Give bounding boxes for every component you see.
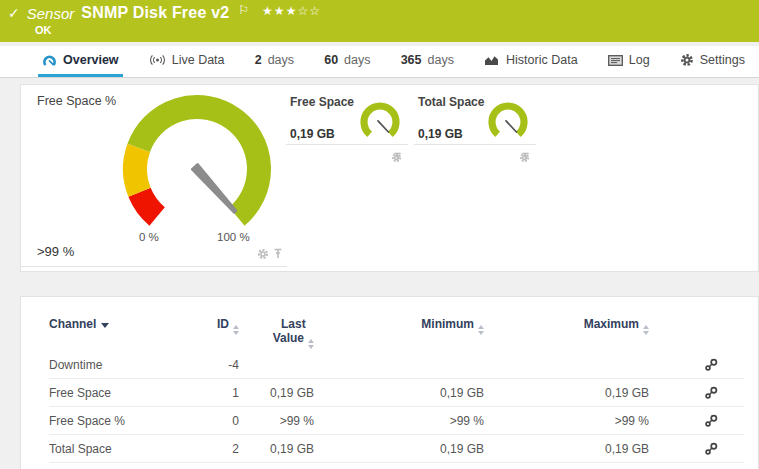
column-header-maximum[interactable]: Maximum [584, 317, 649, 334]
priority-stars[interactable]: ★★★☆☆ [262, 4, 321, 18]
minimum-value: 0,19 GB [314, 386, 484, 400]
tab-label: days [344, 53, 370, 67]
gauges-panel: Free Space % 0 % 100 % >99 % Free Space [20, 84, 759, 272]
sensor-title: SNMP Disk Free v2 [81, 4, 229, 22]
free-space-pct-gauge [87, 81, 307, 231]
status-badge: OK [35, 24, 749, 36]
gauge-needle [378, 121, 388, 132]
channel-name: Free Space [49, 386, 209, 400]
last-value: 0,19 GB [239, 442, 314, 456]
column-label: Last [273, 317, 314, 331]
gauge-needle [192, 165, 235, 213]
log-icon [608, 55, 623, 66]
live-icon [149, 54, 166, 66]
column-header-minimum[interactable]: Minimum [421, 317, 484, 334]
column-header-last-value[interactable]: Last Value [273, 317, 314, 348]
tab-bar: Overview Live Data 2 days 60 days 365 da… [0, 46, 759, 78]
flag-icon[interactable]: ⚐ [238, 3, 249, 17]
last-value: 0,19 GB [239, 386, 314, 400]
sort-icon [233, 325, 239, 335]
gauge-max-label: 100 % [217, 231, 250, 243]
maximum-value: >99 % [484, 414, 649, 428]
gear-icon [680, 53, 694, 67]
table-row-free-space-pct: Free Space % 0 >99 % >99 % >99 % [49, 407, 744, 435]
pin-icon[interactable] [273, 248, 283, 260]
tab-label: Historic Data [506, 53, 578, 67]
minimum-value: 0,19 GB [314, 442, 484, 456]
tab-label: days [268, 53, 294, 67]
tab-60-days[interactable]: 60 days [320, 46, 374, 77]
sort-icon [643, 325, 649, 335]
gauge-needle [506, 121, 516, 132]
sensor-header: ✓ Sensor SNMP Disk Free v2 ⚐ ★★★☆☆ OK [0, 0, 759, 42]
channel-id: 0 [209, 414, 239, 428]
tab-2-days[interactable]: 2 days [251, 46, 298, 77]
gauge-tile-total-space: Total Space 0,19 GB [414, 89, 536, 145]
maximum-value: 0,19 GB [484, 386, 649, 400]
maximum-value: 0,19 GB [484, 442, 649, 456]
channel-name: Downtime [49, 358, 209, 372]
tab-overview[interactable]: Overview [38, 46, 123, 77]
gauge-current-value: >99 % [37, 244, 74, 259]
tab-number: 365 [401, 53, 422, 67]
sort-icon [308, 339, 314, 349]
total-space-gauge [484, 101, 532, 143]
column-label: ID [217, 317, 229, 331]
channel-name: Total Space [49, 442, 209, 456]
gauge-icon [42, 54, 57, 67]
stars-filled[interactable]: ★★★ [262, 4, 297, 18]
area-chart-icon [484, 54, 500, 66]
tab-label: Overview [63, 53, 119, 67]
tab-number: 2 [255, 53, 262, 67]
column-header-channel[interactable]: Channel [49, 317, 109, 331]
wrench-icon[interactable] [704, 442, 718, 456]
tab-number: 60 [324, 53, 338, 67]
sort-icon [478, 325, 484, 335]
tab-live-data[interactable]: Live Data [145, 46, 229, 77]
gauge-title: Free Space [290, 95, 354, 109]
tab-settings[interactable]: Settings [676, 46, 749, 77]
column-label: Maximum [584, 317, 639, 331]
tab-label: days [428, 53, 454, 67]
sort-desc-icon [101, 323, 109, 328]
channel-id: 1 [209, 386, 239, 400]
gauge-tile-free-space-pct: Free Space % 0 % 100 % >99 % [21, 85, 287, 267]
gauge-title: Total Space [418, 95, 484, 109]
column-header-id[interactable]: ID [217, 317, 239, 334]
channels-panel: Channel ID Last Value Minimum Maximum Do… [20, 296, 759, 469]
tab-365-days[interactable]: 365 days [397, 46, 458, 77]
channel-name: Free Space % [49, 414, 209, 428]
gauge-current-value: 0,19 GB [418, 127, 463, 141]
sensor-kind-label: Sensor [27, 5, 75, 22]
wrench-icon[interactable] [704, 414, 718, 428]
tab-label: Log [629, 53, 650, 67]
table-row-free-space: Free Space 1 0,19 GB 0,19 GB 0,19 GB [49, 379, 744, 407]
sensor-page: ✓ Sensor SNMP Disk Free v2 ⚐ ★★★☆☆ OK Ov… [0, 0, 759, 469]
tab-label: Live Data [172, 53, 225, 67]
wrench-icon[interactable] [704, 358, 718, 372]
channel-table: Channel ID Last Value Minimum Maximum Do… [21, 297, 758, 463]
column-label: Value [273, 331, 304, 345]
channel-id: -4 [209, 358, 239, 372]
stars-empty[interactable]: ☆☆ [297, 4, 321, 18]
tab-label: Settings [700, 53, 745, 67]
last-value: >99 % [239, 414, 314, 428]
column-label: Minimum [421, 317, 474, 331]
free-space-gauge [356, 101, 404, 143]
minimum-value: >99 % [314, 414, 484, 428]
gear-icon[interactable] [257, 248, 269, 260]
gauge-min-label: 0 % [139, 231, 159, 243]
table-row-downtime: Downtime -4 [49, 351, 744, 379]
tab-historic-data[interactable]: Historic Data [480, 46, 582, 77]
status-ok-check-icon: ✓ [8, 4, 20, 22]
tab-log[interactable]: Log [604, 46, 654, 77]
column-label: Channel [49, 317, 96, 331]
table-header-row: Channel ID Last Value Minimum Maximum [49, 313, 744, 351]
gauge-tile-free-space: Free Space 0,19 GB [286, 89, 408, 145]
wrench-icon[interactable] [704, 386, 718, 400]
channel-id: 2 [209, 442, 239, 456]
table-row-total-space: Total Space 2 0,19 GB 0,19 GB 0,19 GB [49, 435, 744, 463]
gauge-current-value: 0,19 GB [290, 127, 335, 141]
